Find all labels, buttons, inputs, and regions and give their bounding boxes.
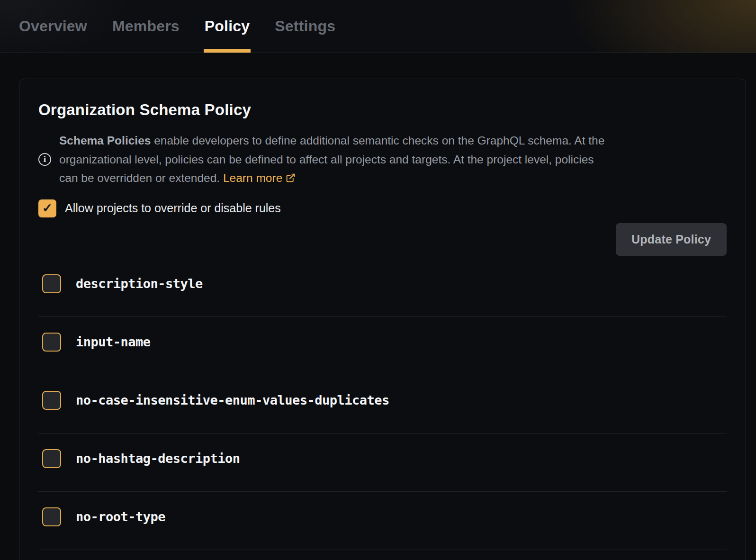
policy-description-line-1-rest: enable developers to define additional s…: [154, 134, 604, 147]
tab-members-label: Members: [112, 18, 180, 35]
rule-name: input-name: [76, 334, 151, 349]
tab-policy-label: Policy: [205, 18, 250, 35]
rule-name: no-hashtag-description: [76, 451, 240, 466]
rule-row-no-case-insensitive-enum-values-duplicates: no-case-insensitive-enum-values-duplicat…: [38, 375, 727, 434]
tab-overview[interactable]: Overview: [19, 0, 87, 53]
rule-row-description-style: description-style: [38, 259, 727, 317]
learn-more-link[interactable]: Learn more: [223, 172, 296, 184]
rule-checkbox[interactable]: [42, 274, 61, 293]
policy-page: Organization Schema Policy i Schema Poli…: [0, 79, 756, 560]
update-policy-button[interactable]: Update Policy: [616, 223, 727, 256]
rule-checkbox[interactable]: [42, 449, 61, 468]
allow-override-label: Allow projects to override or disable ru…: [65, 201, 281, 215]
tab-members[interactable]: Members: [112, 0, 180, 53]
policy-description-line-2: organizational level, policies can be de…: [59, 150, 604, 169]
tab-settings[interactable]: Settings: [275, 0, 335, 53]
policy-description-bold: Schema Policies: [59, 134, 151, 147]
learn-more-label: Learn more: [223, 172, 282, 184]
rule-name: no-root-type: [76, 509, 165, 524]
tab-overview-label: Overview: [19, 18, 87, 35]
rule-name: no-case-insensitive-enum-values-duplicat…: [76, 393, 389, 407]
rule-row-no-hashtag-description: no-hashtag-description: [38, 434, 727, 492]
policy-info-callout: i Schema Policies enable developers to d…: [38, 131, 727, 188]
tab-policy[interactable]: Policy: [205, 0, 250, 53]
page-title: Organization Schema Policy: [38, 101, 727, 119]
rule-row-no-root-type: no-root-type: [38, 492, 727, 550]
rule-checkbox[interactable]: [42, 391, 61, 410]
info-icon: i: [38, 153, 51, 166]
active-tab-indicator: [204, 49, 251, 53]
policy-description-line-3: can be overridden or extended. Learn mor…: [59, 169, 604, 188]
policy-description-line-1: Schema Policies enable developers to def…: [59, 131, 604, 150]
rule-row-input-name: input-name: [38, 317, 727, 375]
allow-override-row[interactable]: ✓ Allow projects to override or disable …: [38, 199, 281, 217]
external-link-icon: [286, 173, 296, 183]
policy-description-line-3-text: can be overridden or extended.: [59, 172, 220, 184]
rule-checkbox[interactable]: [42, 507, 61, 526]
tab-settings-label: Settings: [275, 18, 335, 35]
actions-row: Update Policy: [38, 223, 727, 256]
policy-description: Schema Policies enable developers to def…: [59, 131, 604, 188]
rules-list: description-style input-name no-case-ins…: [38, 259, 727, 550]
tab-bar: Overview Members Policy Settings: [0, 0, 756, 53]
allow-override-checkbox[interactable]: ✓: [38, 199, 56, 217]
rule-name: description-style: [76, 276, 203, 291]
rule-checkbox[interactable]: [42, 333, 61, 352]
schema-policy-card: Organization Schema Policy i Schema Poli…: [19, 79, 746, 560]
